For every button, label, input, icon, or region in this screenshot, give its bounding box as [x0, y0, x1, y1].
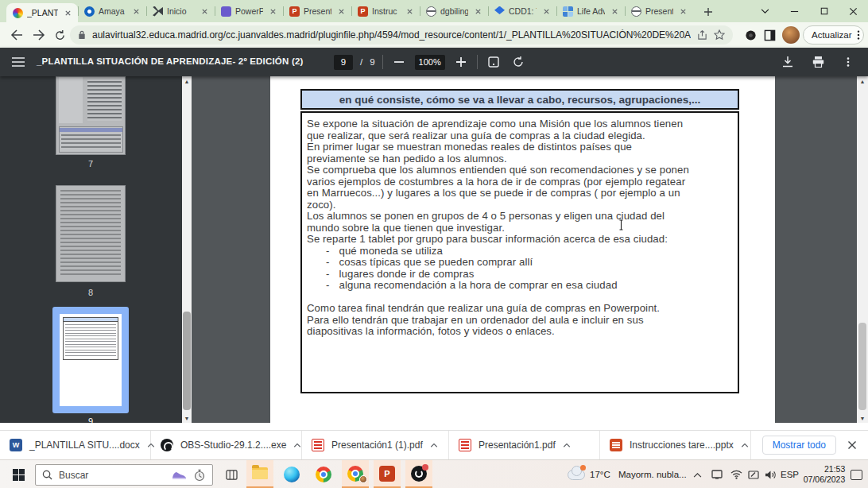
close-icon[interactable] — [541, 6, 552, 17]
taskbar-chrome[interactable] — [310, 460, 337, 488]
back-button[interactable] — [8, 26, 25, 44]
download-item[interactable]: Instrucciones tare....pptx — [600, 431, 751, 459]
document-line: zoco). — [307, 199, 733, 211]
chevron-up-icon[interactable] — [563, 443, 571, 447]
url-bar[interactable]: aulavirtual32.educa.madrid.org/cc.juanva… — [70, 25, 733, 45]
taskbar-powerpoint[interactable]: P — [374, 460, 401, 488]
download-item[interactable]: Presentación1 (1).pdf — [302, 431, 449, 459]
forward-button[interactable] — [30, 26, 48, 44]
reading-mode-icon[interactable] — [761, 27, 777, 43]
powerpoint-favicon: P — [289, 6, 300, 17]
pen-tray-icon[interactable] — [746, 460, 761, 488]
more-menu-icon[interactable] — [857, 29, 860, 41]
chevron-up-icon[interactable] — [741, 443, 749, 447]
wifi-icon[interactable] — [728, 460, 744, 488]
weather-icon[interactable] — [566, 460, 587, 488]
zoom-out-icon[interactable] — [390, 53, 408, 71]
language-indicator[interactable]: ESP — [781, 460, 799, 488]
document-line: Como tarea final tendrán que realizar un… — [307, 303, 733, 315]
search-input[interactable]: Buscar — [35, 464, 213, 486]
close-icon[interactable] — [677, 6, 688, 17]
tab-life-adv[interactable]: Life Adv — [556, 0, 625, 22]
close-icon[interactable] — [335, 6, 347, 17]
download-icon[interactable] — [779, 53, 796, 71]
page-label: 9 — [56, 416, 126, 423]
thumbnail-block — [59, 77, 83, 123]
download-item[interactable]: OBS-Studio-29.1.2....exe — [151, 431, 302, 459]
taskbar-edge[interactable] — [278, 460, 305, 488]
close-icon[interactable] — [62, 7, 73, 18]
zoom-in-icon[interactable] — [452, 53, 470, 71]
close-window-button[interactable] — [839, 0, 868, 22]
extension-icon[interactable] — [742, 27, 758, 43]
menu-icon[interactable] — [10, 53, 27, 71]
rotate-icon[interactable] — [510, 53, 527, 71]
hidden-icons-chevron[interactable] — [690, 460, 704, 488]
tab-dgbiling[interactable]: dgbiling — [420, 0, 488, 22]
chevron-down-icon[interactable] — [750, 0, 780, 22]
scroll-down-icon[interactable]: ▼ — [182, 413, 192, 423]
bookmark-star-icon[interactable] — [714, 29, 725, 41]
reload-button[interactable] — [51, 26, 68, 44]
tab-powerpoint-online[interactable]: PowerP — [215, 0, 283, 22]
close-icon[interactable] — [130, 6, 141, 17]
tab-amaya[interactable]: Amaya F — [78, 0, 146, 22]
tab-instrucciones[interactable]: P Instruc — [351, 0, 420, 22]
maximize-button[interactable] — [809, 0, 839, 22]
volume-icon[interactable] — [761, 460, 779, 488]
notification-icon — [851, 470, 862, 480]
new-tab-button[interactable] — [698, 2, 719, 22]
tab-cdd1[interactable]: CDD1: T — [488, 0, 556, 22]
scrollbar-thumb[interactable] — [183, 312, 191, 410]
thumbnail-page-9-selected[interactable] — [52, 307, 129, 413]
chevron-up-icon[interactable] — [430, 443, 438, 447]
task-view-button[interactable] — [221, 460, 242, 488]
update-chrome-button[interactable]: Actualizar — [803, 25, 864, 45]
fit-page-icon[interactable] — [485, 53, 502, 71]
share-icon[interactable] — [697, 30, 707, 41]
close-icon[interactable] — [609, 6, 620, 17]
download-item[interactable]: Presentación1.pdf — [449, 431, 600, 459]
scroll-up-icon[interactable]: ▲ — [857, 76, 868, 86]
close-icon[interactable] — [199, 6, 210, 17]
sidebar-scrollbar[interactable]: ▲ ▼ — [182, 76, 192, 423]
taskbar-obs[interactable] — [405, 460, 432, 488]
taskbar-file-explorer[interactable] — [246, 460, 273, 488]
tab-presentacion[interactable]: P Presenta — [283, 0, 351, 22]
clock[interactable]: 21:53 07/06/2023 — [801, 460, 847, 488]
close-downloads-icon[interactable] — [847, 440, 857, 450]
viewer-scrollbar[interactable]: ▲ ▼ — [857, 76, 868, 423]
document-line: en Marruecos...) y lugares a los que se … — [307, 188, 733, 199]
close-icon[interactable] — [267, 6, 278, 17]
scroll-down-icon[interactable]: ▼ — [857, 413, 868, 423]
more-options-icon[interactable] — [839, 53, 857, 71]
start-button[interactable] — [6, 460, 30, 488]
action-center-button[interactable] — [847, 460, 865, 488]
tab-label: Presenta — [304, 6, 331, 16]
scrollbar-thumb[interactable] — [858, 323, 866, 410]
weather-temperature[interactable]: 17°C — [590, 460, 610, 488]
tab-present[interactable]: Present — [625, 0, 693, 22]
profile-avatar[interactable] — [782, 26, 800, 44]
close-icon[interactable] — [472, 6, 483, 17]
thumbnail-page-8[interactable] — [56, 185, 126, 282]
taskbar-chrome-profile[interactable] — [342, 460, 369, 488]
scroll-up-icon[interactable]: ▲ — [182, 76, 192, 86]
download-item[interactable]: W _PLANTILLA SITU....docx — [0, 431, 151, 459]
document-line: diapositivas la información, fotos y vid… — [307, 326, 733, 338]
weather-description[interactable]: Mayorm. nubla... — [618, 460, 687, 488]
minimize-button[interactable] — [780, 0, 809, 22]
print-icon[interactable] — [809, 53, 827, 71]
display-tray-icon[interactable] — [709, 460, 725, 488]
tab-plantilla[interactable]: _PLANTI — [6, 3, 78, 22]
thumbnail-page-7[interactable] — [56, 76, 126, 155]
chevron-up-icon[interactable] — [293, 443, 301, 447]
page-bottom-strip — [0, 423, 868, 430]
zoom-level-input[interactable]: 100% — [415, 55, 445, 70]
close-icon[interactable] — [404, 6, 415, 17]
page-number-input[interactable]: 9 — [334, 55, 353, 70]
tab-inicio[interactable]: Inicio — [146, 0, 215, 22]
page-label: 8 — [56, 288, 126, 297]
page-label: 7 — [56, 159, 126, 168]
show-all-button[interactable]: Mostrar todo — [762, 436, 836, 455]
